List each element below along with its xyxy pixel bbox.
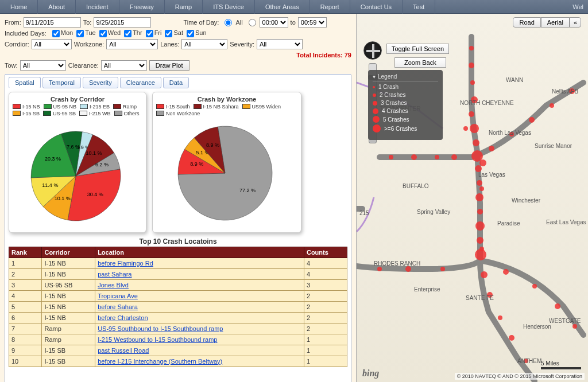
svg-point-33 [411, 154, 417, 160]
nav-its-device[interactable]: ITS Device [203, 0, 255, 14]
corridor-select[interactable]: All [32, 39, 72, 49]
day-sat-checkbox[interactable] [165, 30, 172, 37]
tab-clearance[interactable]: Clearance [120, 77, 161, 88]
location-link[interactable]: I-215 Westbound to I-15 Southbound ramp [98, 336, 217, 343]
day-thr-label: Thr [133, 29, 142, 36]
location-link[interactable]: US-95 Southbound to I-15 Southbound ramp [98, 325, 223, 332]
tod-to-text: to [291, 19, 296, 26]
lanes-select[interactable]: All [181, 39, 227, 49]
tab-severity[interactable]: Severity [83, 77, 118, 88]
location-link[interactable]: before I-215 Interchange (Southern Beltw… [98, 358, 222, 365]
tod-all-radio[interactable] [225, 19, 232, 26]
table-row: 10I-15 SBbefore I-215 Interchange (South… [9, 356, 347, 367]
day-mon-label: Mon [61, 29, 73, 36]
table-row: 8RampI-215 Westbound to I-15 Southbound … [9, 334, 347, 345]
location-link[interactable]: Jones Blvd [98, 282, 129, 289]
svg-text:11.4 %: 11.4 % [42, 182, 58, 188]
time-of-day-label: Time of Day: [183, 19, 219, 26]
map-collapse-button[interactable]: « [570, 17, 581, 28]
svg-point-38 [529, 117, 535, 123]
chart-corridor: Crash by Corridor I-15 NBUS-95 NBI-215 E… [9, 92, 146, 233]
table-row: 9I-15 SBpast Russell Road1 [9, 345, 347, 356]
tow-label: Tow: [5, 62, 18, 69]
toggle-fullscreen-button[interactable]: Toggle Full Screen [386, 44, 449, 54]
map-place-label: Enterprise [414, 286, 440, 293]
map-panel[interactable]: Road Aerial « Toggle Full Screen Zoom Ba… [356, 14, 588, 382]
nav-home[interactable]: Home [0, 0, 38, 14]
map-legend-item: 3 Crashes [373, 100, 438, 106]
map-place-label: Las Vegas [478, 171, 505, 178]
svg-text:10.1 %: 10.1 % [86, 150, 102, 156]
legend-item: I-15 SB [13, 111, 40, 116]
map-aerial-button[interactable]: Aerial [541, 17, 570, 28]
draw-plot-button[interactable]: Draw Plot [149, 60, 189, 71]
nav-freeway[interactable]: Freeway [119, 0, 165, 14]
map-place-label: East Las Vegas [546, 219, 586, 225]
to-label: To: [83, 19, 92, 26]
svg-point-49 [479, 159, 486, 166]
zoom-back-button[interactable]: Zoom Back [394, 57, 446, 68]
chart-workzone: Crash by Workzone I-15 SouthI-15 NB Saha… [152, 92, 301, 233]
location-link[interactable]: before Sahara [98, 303, 138, 310]
tow-select[interactable]: All [20, 60, 66, 71]
clearance-select[interactable]: All [101, 60, 147, 71]
location-link[interactable]: Tropicana Ave [98, 293, 138, 299]
location-link[interactable]: past Russell Road [98, 347, 149, 354]
nav-other-areas[interactable]: Other Areas [255, 0, 310, 14]
location-link[interactable]: before Charleston [98, 314, 148, 321]
total-incidents: Total Incidents: 79 [296, 52, 351, 59]
map-place-label: Winchester [512, 197, 540, 204]
svg-text:6.2 %: 6.2 % [95, 162, 109, 167]
nav-report[interactable]: Report [310, 0, 350, 14]
day-sun-checkbox[interactable] [187, 30, 194, 37]
svg-text:30.4 %: 30.4 % [87, 191, 103, 197]
map-place-label: Paradise [497, 220, 520, 227]
tab-temporal[interactable]: Temporal [42, 77, 81, 88]
workzone-label: Workzone: [74, 41, 104, 48]
severity-select[interactable]: All [257, 39, 303, 49]
chart-corridor-title: Crash by Corridor [13, 96, 142, 103]
table-row: 1I-15 NBbefore Flamingo Rd4 [9, 258, 347, 268]
map-place-label: Nellis AFB [552, 88, 578, 95]
nav-test[interactable]: Test [403, 0, 435, 14]
tab-spatial[interactable]: Spatial [9, 77, 41, 88]
svg-point-22 [475, 193, 483, 201]
day-thr-checkbox[interactable] [124, 30, 131, 37]
svg-point-18 [473, 139, 479, 146]
svg-point-17 [470, 124, 479, 133]
location-link[interactable]: before Flamingo Rd [98, 260, 153, 267]
svg-point-47 [572, 324, 577, 329]
from-label: From: [5, 19, 21, 26]
day-tue-checkbox[interactable] [76, 30, 84, 37]
table-row: 4I-15 NBTropicana Ave2 [9, 290, 347, 301]
tod-start-select[interactable]: 00:00 [260, 17, 288, 28]
svg-point-51 [479, 247, 484, 251]
location-link[interactable]: past Sahara [98, 271, 131, 278]
compass-icon[interactable] [363, 41, 382, 60]
tod-end-select[interactable]: 00:59 [298, 17, 327, 28]
nav-incident[interactable]: Incident [76, 0, 119, 14]
from-date-input[interactable] [24, 17, 81, 28]
map-place-label: 215 [359, 210, 369, 216]
map-place-label: RHODES RANCH [374, 260, 420, 267]
legend-item: I-15 South [156, 104, 190, 110]
legend-item: Ramp [113, 104, 137, 110]
legend-item: Others [114, 111, 140, 116]
filter-panel: From: To: Time of Day: All 00:00 to 00:5… [5, 17, 351, 71]
nav-ramp[interactable]: Ramp [165, 0, 203, 14]
day-tue-label: Tue [85, 29, 96, 36]
svg-text:8.9 %: 8.9 % [206, 142, 219, 148]
top-nav: HomeAboutIncidentFreewayRampITS DeviceOt… [0, 0, 588, 14]
map-place-label: Henderson [523, 323, 551, 330]
nav-about[interactable]: About [38, 0, 76, 14]
tod-range-radio[interactable] [249, 19, 256, 26]
day-fri-checkbox[interactable] [146, 30, 153, 37]
nav-contact-us[interactable]: Contact Us [350, 0, 403, 14]
workzone-select[interactable]: All [106, 39, 158, 49]
tab-data[interactable]: Data [163, 77, 189, 88]
legend-collapse-icon[interactable]: ▾ [373, 73, 376, 80]
day-mon-checkbox[interactable] [52, 30, 60, 37]
map-road-button[interactable]: Road [513, 17, 540, 28]
to-date-input[interactable] [94, 17, 151, 28]
day-wed-checkbox[interactable] [99, 30, 107, 37]
